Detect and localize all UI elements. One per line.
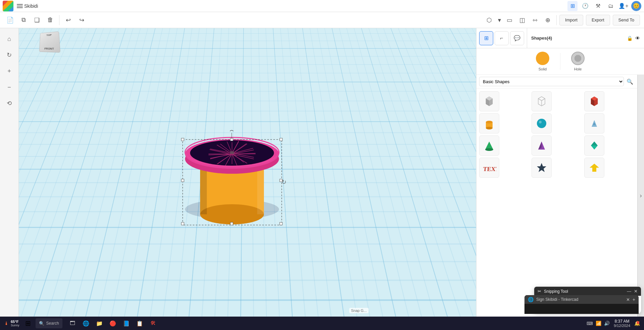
zoom-in-btn[interactable]: + — [3, 64, 16, 78]
widgets-btn[interactable]: 🗔 — [66, 317, 79, 329]
corner-view-tab[interactable]: ⌐ — [495, 31, 509, 45]
shapes-collapse-btn[interactable]: › — [637, 75, 644, 317]
comments-tab[interactable]: 💬 — [510, 31, 524, 45]
app-docs-btn[interactable]: 📘 — [120, 317, 132, 329]
weather-condition: Sunny — [11, 324, 19, 327]
app-chrome-btn[interactable]: 🔴 — [107, 317, 119, 329]
new-btn[interactable]: 📄 — [4, 14, 16, 26]
taskbar-search-bar[interactable]: 🔍 Search — [36, 318, 62, 328]
hamburger-menu[interactable] — [15, 3, 24, 9]
pyramid-shape-item[interactable] — [532, 135, 552, 156]
duplicate-btn[interactable]: ❑ — [31, 14, 43, 26]
hole-label: Hole — [574, 67, 582, 71]
add-profile-btn[interactable]: 👤+ — [618, 1, 629, 11]
sphere-shape-item[interactable] — [532, 113, 552, 133]
export-btn[interactable]: Export — [586, 15, 610, 25]
mirror-btn[interactable]: ⇿ — [529, 14, 541, 26]
import-btn[interactable]: Import — [559, 15, 583, 25]
app-notes-btn[interactable]: 📋 — [134, 317, 146, 329]
canvas-area[interactable]: TOP FRONT — [19, 28, 476, 317]
solid-label: Solid — [539, 67, 547, 71]
lock-shapes-btn[interactable]: 🔒 — [627, 36, 633, 41]
solid-type-btn[interactable]: Solid — [536, 52, 549, 71]
start-button[interactable]: ⊞ — [22, 317, 34, 329]
hole-type-btn[interactable]: Hole — [571, 52, 585, 71]
cone-shape-item[interactable] — [479, 135, 499, 156]
shapes-header-title: Shapes(4) — [531, 36, 552, 41]
cylinder-shape-item[interactable] — [479, 113, 499, 133]
weather-temp: 65°F — [11, 320, 19, 324]
app-dev-btn[interactable]: 🛠 — [147, 317, 159, 329]
notification-btn[interactable]: 🔔 — [634, 321, 640, 326]
tools-btn[interactable]: ⚒ — [593, 1, 603, 11]
redo-btn[interactable]: ↪ — [76, 14, 88, 26]
svg-point-54 — [485, 148, 493, 151]
shapes-category-select[interactable]: Basic Shapes — [479, 77, 624, 86]
grid-view-btn[interactable]: ⊞ — [567, 1, 578, 11]
svg-point-50 — [539, 121, 542, 123]
ruler-btn[interactable]: ▭ — [503, 14, 515, 26]
files-btn[interactable]: 🗂 — [606, 1, 616, 11]
orbit-btn[interactable]: ↻ — [3, 48, 16, 62]
svg-rect-31 — [230, 222, 233, 225]
view-cube[interactable]: TOP FRONT — [39, 32, 62, 58]
svg-point-48 — [486, 127, 493, 129]
svg-marker-60 — [537, 163, 546, 172]
wireframe-shape-item[interactable] — [532, 91, 552, 111]
volume-icon[interactable]: 🔊 — [604, 321, 610, 326]
app-browser-btn[interactable]: 🌐 — [80, 317, 92, 329]
keyboard-icon[interactable]: ⌨ — [587, 321, 593, 326]
svg-line-41 — [542, 99, 545, 101]
app-explorer-btn[interactable]: 📁 — [93, 317, 105, 329]
arrow-shape-item[interactable] — [584, 158, 604, 178]
svg-rect-32 — [181, 179, 184, 182]
svg-line-40 — [538, 99, 542, 101]
svg-marker-58 — [591, 142, 598, 146]
avatar-btn[interactable]: 😊 — [631, 1, 641, 11]
eye-shapes-btn[interactable]: 👁 — [635, 36, 640, 41]
send-to-btn[interactable]: Send To — [613, 15, 640, 25]
app-title: Skibidi — [24, 3, 38, 9]
taskbar: 🌡 65°F Sunny ⊞ 🔍 Search 🗔 🌐 📁 🔴 📘 📋 🛠 ⌨ … — [0, 317, 644, 330]
browser-tab-title: Sign Skibidi - Tinkercad — [536, 297, 624, 302]
text-shape-item[interactable]: TEXT — [479, 158, 499, 178]
new-tab-btn[interactable]: + — [633, 297, 635, 302]
zoom-out-btn[interactable]: − — [3, 80, 16, 94]
weather-widget[interactable]: 🌡 65°F Sunny — [1, 320, 22, 327]
svg-rect-28 — [181, 222, 184, 225]
notification-header: ✂ Snipping Tool — ✕ — [534, 287, 641, 296]
cube-shape-item[interactable] — [584, 91, 604, 111]
svg-point-49 — [537, 119, 546, 128]
taskbar-clock[interactable]: 8:37 AM 9/12/2024 — [612, 319, 632, 328]
network-icon[interactable]: 📶 — [596, 321, 601, 326]
grid-view-tab[interactable]: ⊞ — [479, 31, 493, 45]
top-bar-icons: ⊞ 🕐 ⚒ 🗂 👤+ 😊 — [567, 1, 641, 11]
diamond-shape-item[interactable] — [584, 135, 604, 156]
snap-btn[interactable]: ◫ — [516, 14, 528, 26]
svg-point-47 — [486, 121, 493, 123]
delete-btn[interactable]: 🗑 — [44, 14, 56, 26]
copy-btn[interactable]: ⧉ — [17, 14, 30, 26]
star-shape-item[interactable] — [532, 158, 552, 178]
svg-marker-61 — [590, 164, 599, 172]
svg-point-2 — [200, 204, 264, 224]
view-cube-top: TOP — [46, 34, 52, 37]
search-label: Search — [46, 321, 59, 326]
home-view-btn[interactable]: ⌂ — [3, 32, 16, 46]
svg-rect-27 — [280, 138, 282, 141]
reset-btn[interactable]: ⟲ — [3, 97, 16, 110]
wedge-shape-item[interactable] — [584, 113, 604, 133]
3d-object-canvas[interactable]: ↻ — [136, 48, 338, 236]
workplane-dropdown-btn[interactable]: ▾ — [496, 14, 503, 26]
group-btn[interactable]: ⊕ — [542, 14, 554, 26]
notif-close-btn[interactable]: ✕ — [634, 289, 638, 294]
shapes-search-btn[interactable]: 🔍 — [625, 77, 635, 86]
undo-btn[interactable]: ↩ — [62, 14, 74, 26]
svg-rect-24 — [230, 151, 234, 154]
close-tab-btn[interactable]: ✕ — [626, 297, 630, 302]
clock-btn[interactable]: 🕐 — [580, 1, 590, 11]
workplane-btn[interactable]: ⬡ — [483, 14, 495, 26]
notif-minimize-btn[interactable]: — — [627, 289, 631, 294]
box-shape-item[interactable] — [479, 91, 499, 111]
notif-app-name: Snipping Tool — [544, 289, 624, 294]
